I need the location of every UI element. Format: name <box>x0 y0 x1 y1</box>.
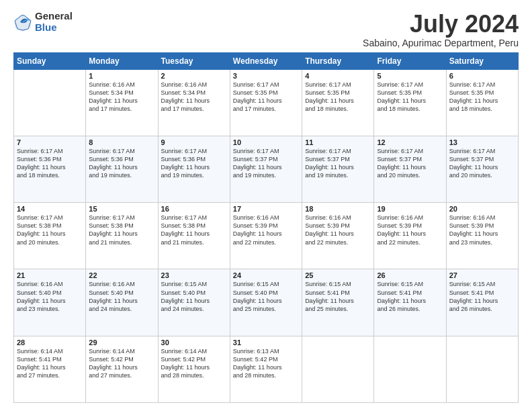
day-number: 6 <box>449 72 515 80</box>
title-block: July 2024 Sabaino, Apurimac Department, … <box>363 11 519 48</box>
cell-content: Sunrise: 6:16 AM Sunset: 5:34 PM Dayligh… <box>89 81 154 113</box>
cell-content: Sunrise: 6:16 AM Sunset: 5:40 PM Dayligh… <box>17 280 83 313</box>
day-number: 11 <box>305 138 371 146</box>
calendar-week-4: 28Sunrise: 6:14 AM Sunset: 5:41 PM Dayli… <box>14 336 519 402</box>
cell-content: Sunrise: 6:17 AM Sunset: 5:35 PM Dayligh… <box>449 81 515 113</box>
calendar-cell: 17Sunrise: 6:16 AM Sunset: 5:39 PM Dayli… <box>230 203 302 269</box>
calendar-cell: 3Sunrise: 6:17 AM Sunset: 5:35 PM Daylig… <box>230 69 302 136</box>
calendar-cell: 1Sunrise: 6:16 AM Sunset: 5:34 PM Daylig… <box>86 69 158 136</box>
calendar-cell: 6Sunrise: 6:17 AM Sunset: 5:35 PM Daylig… <box>446 69 518 136</box>
cell-content: Sunrise: 6:17 AM Sunset: 5:35 PM Dayligh… <box>377 81 443 113</box>
calendar-week-2: 14Sunrise: 6:17 AM Sunset: 5:38 PM Dayli… <box>14 203 519 269</box>
weekday-header-sunday: Sunday <box>14 52 86 69</box>
weekday-header-saturday: Saturday <box>446 52 518 69</box>
weekday-header-wednesday: Wednesday <box>230 52 302 69</box>
cell-content: Sunrise: 6:15 AM Sunset: 5:40 PM Dayligh… <box>161 280 227 313</box>
calendar-cell: 24Sunrise: 6:15 AM Sunset: 5:40 PM Dayli… <box>230 269 302 336</box>
cell-content: Sunrise: 6:16 AM Sunset: 5:40 PM Dayligh… <box>89 280 154 313</box>
day-number: 12 <box>377 138 443 146</box>
cell-content: Sunrise: 6:17 AM Sunset: 5:37 PM Dayligh… <box>449 147 515 180</box>
day-number: 8 <box>89 138 154 146</box>
calendar-cell <box>374 336 446 402</box>
calendar-cell: 18Sunrise: 6:16 AM Sunset: 5:39 PM Dayli… <box>302 203 374 269</box>
day-number: 23 <box>161 271 227 279</box>
cell-content: Sunrise: 6:15 AM Sunset: 5:41 PM Dayligh… <box>377 280 443 313</box>
calendar-cell: 8Sunrise: 6:17 AM Sunset: 5:36 PM Daylig… <box>86 136 158 202</box>
cell-content: Sunrise: 6:15 AM Sunset: 5:40 PM Dayligh… <box>233 280 299 313</box>
day-number: 26 <box>377 271 443 279</box>
day-number: 19 <box>377 205 443 213</box>
calendar-cell: 9Sunrise: 6:17 AM Sunset: 5:36 PM Daylig… <box>158 136 230 202</box>
day-number: 14 <box>17 205 83 213</box>
calendar-cell <box>446 336 518 402</box>
calendar-cell: 5Sunrise: 6:17 AM Sunset: 5:35 PM Daylig… <box>374 69 446 136</box>
cell-content: Sunrise: 6:17 AM Sunset: 5:38 PM Dayligh… <box>17 214 83 246</box>
calendar-cell: 23Sunrise: 6:15 AM Sunset: 5:40 PM Dayli… <box>158 269 230 336</box>
calendar-cell: 31Sunrise: 6:13 AM Sunset: 5:42 PM Dayli… <box>230 336 302 402</box>
day-number: 4 <box>305 72 371 80</box>
page-header: General Blue July 2024 Sabaino, Apurimac… <box>13 11 519 48</box>
calendar-cell <box>14 69 86 136</box>
calendar-week-3: 21Sunrise: 6:16 AM Sunset: 5:40 PM Dayli… <box>14 269 519 336</box>
day-number: 5 <box>377 72 443 80</box>
day-number: 13 <box>449 138 515 146</box>
day-number: 10 <box>233 138 299 146</box>
logo: General Blue <box>13 11 73 33</box>
calendar-cell: 30Sunrise: 6:14 AM Sunset: 5:42 PM Dayli… <box>158 336 230 402</box>
cell-content: Sunrise: 6:16 AM Sunset: 5:34 PM Dayligh… <box>161 81 227 113</box>
cell-content: Sunrise: 6:13 AM Sunset: 5:42 PM Dayligh… <box>233 347 299 380</box>
day-number: 3 <box>233 72 299 80</box>
calendar-table: SundayMondayTuesdayWednesdayThursdayFrid… <box>13 52 519 403</box>
day-number: 9 <box>161 138 227 146</box>
day-number: 22 <box>89 271 154 279</box>
day-number: 27 <box>449 271 515 279</box>
calendar-cell <box>302 336 374 402</box>
cell-content: Sunrise: 6:17 AM Sunset: 5:37 PM Dayligh… <box>305 147 371 180</box>
cell-content: Sunrise: 6:16 AM Sunset: 5:39 PM Dayligh… <box>305 214 371 246</box>
day-number: 18 <box>305 205 371 213</box>
logo-text: General Blue <box>35 11 73 33</box>
cell-content: Sunrise: 6:17 AM Sunset: 5:36 PM Dayligh… <box>17 147 83 180</box>
calendar-cell: 22Sunrise: 6:16 AM Sunset: 5:40 PM Dayli… <box>86 269 158 336</box>
calendar-cell: 2Sunrise: 6:16 AM Sunset: 5:34 PM Daylig… <box>158 69 230 136</box>
day-number: 31 <box>233 338 299 347</box>
calendar-cell: 19Sunrise: 6:16 AM Sunset: 5:39 PM Dayli… <box>374 203 446 269</box>
day-number: 28 <box>17 338 83 347</box>
cell-content: Sunrise: 6:16 AM Sunset: 5:39 PM Dayligh… <box>449 214 515 246</box>
logo-blue: Blue <box>35 22 73 34</box>
day-number: 16 <box>161 205 227 213</box>
calendar-cell: 14Sunrise: 6:17 AM Sunset: 5:38 PM Dayli… <box>14 203 86 269</box>
cell-content: Sunrise: 6:17 AM Sunset: 5:35 PM Dayligh… <box>305 81 371 113</box>
cell-content: Sunrise: 6:16 AM Sunset: 5:39 PM Dayligh… <box>233 214 299 246</box>
logo-general: General <box>35 11 73 22</box>
cell-content: Sunrise: 6:17 AM Sunset: 5:36 PM Dayligh… <box>89 147 154 180</box>
cell-content: Sunrise: 6:15 AM Sunset: 5:41 PM Dayligh… <box>305 280 371 313</box>
day-number: 21 <box>17 271 83 279</box>
weekday-header-thursday: Thursday <box>302 52 374 69</box>
weekday-header-row: SundayMondayTuesdayWednesdayThursdayFrid… <box>14 52 519 69</box>
weekday-header-tuesday: Tuesday <box>158 52 230 69</box>
cell-content: Sunrise: 6:17 AM Sunset: 5:37 PM Dayligh… <box>377 147 443 180</box>
cell-content: Sunrise: 6:17 AM Sunset: 5:38 PM Dayligh… <box>89 214 154 246</box>
cell-content: Sunrise: 6:17 AM Sunset: 5:38 PM Dayligh… <box>161 214 227 246</box>
calendar-week-0: 1Sunrise: 6:16 AM Sunset: 5:34 PM Daylig… <box>14 69 519 136</box>
cell-content: Sunrise: 6:14 AM Sunset: 5:41 PM Dayligh… <box>17 347 83 380</box>
day-number: 1 <box>89 72 154 80</box>
month-title: July 2024 <box>363 11 519 38</box>
day-number: 2 <box>161 72 227 80</box>
day-number: 24 <box>233 271 299 279</box>
calendar-cell: 29Sunrise: 6:14 AM Sunset: 5:42 PM Dayli… <box>86 336 158 402</box>
cell-content: Sunrise: 6:14 AM Sunset: 5:42 PM Dayligh… <box>161 347 227 380</box>
calendar-cell: 26Sunrise: 6:15 AM Sunset: 5:41 PM Dayli… <box>374 269 446 336</box>
day-number: 30 <box>161 338 227 347</box>
calendar-cell: 27Sunrise: 6:15 AM Sunset: 5:41 PM Dayli… <box>446 269 518 336</box>
calendar-cell: 20Sunrise: 6:16 AM Sunset: 5:39 PM Dayli… <box>446 203 518 269</box>
calendar-cell: 15Sunrise: 6:17 AM Sunset: 5:38 PM Dayli… <box>86 203 158 269</box>
day-number: 17 <box>233 205 299 213</box>
calendar-cell: 28Sunrise: 6:14 AM Sunset: 5:41 PM Dayli… <box>14 336 86 402</box>
calendar-cell: 12Sunrise: 6:17 AM Sunset: 5:37 PM Dayli… <box>374 136 446 202</box>
day-number: 29 <box>89 338 154 347</box>
cell-content: Sunrise: 6:17 AM Sunset: 5:36 PM Dayligh… <box>161 147 227 180</box>
weekday-header-monday: Monday <box>86 52 158 69</box>
calendar-cell: 7Sunrise: 6:17 AM Sunset: 5:36 PM Daylig… <box>14 136 86 202</box>
